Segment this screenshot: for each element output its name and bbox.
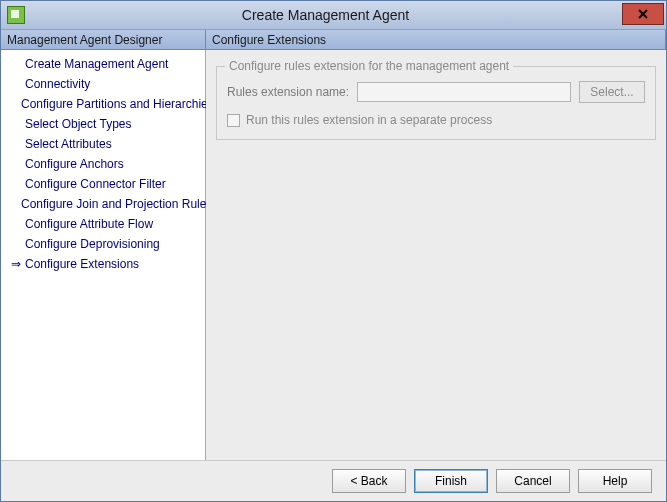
separate-process-label: Run this rules extension in a separate p…: [246, 113, 492, 127]
nav-item-label: Configure Anchors: [25, 157, 124, 171]
nav-item-label: Create Management Agent: [25, 57, 168, 71]
nav-item-configure-extensions[interactable]: ⇒ Configure Extensions: [1, 254, 205, 274]
rules-extension-label: Rules extension name:: [227, 85, 357, 99]
dialog-window: Create Management Agent Management Agent…: [0, 0, 667, 502]
nav-item-configure-connector-filter[interactable]: ⇒ Configure Connector Filter: [1, 174, 205, 194]
nav-item-label: Configure Connector Filter: [25, 177, 166, 191]
nav-item-label: Select Object Types: [25, 117, 132, 131]
nav-item-configure-anchors[interactable]: ⇒ Configure Anchors: [1, 154, 205, 174]
finish-button[interactable]: Finish: [414, 469, 488, 493]
nav-item-configure-partitions[interactable]: ⇒ Configure Partitions and Hierarchies: [1, 94, 205, 114]
group-legend: Configure rules extension for the manage…: [225, 59, 513, 73]
separate-process-row: Run this rules extension in a separate p…: [227, 113, 645, 127]
nav-item-select-attributes[interactable]: ⇒ Select Attributes: [1, 134, 205, 154]
nav-item-connectivity[interactable]: ⇒ Connectivity: [1, 74, 205, 94]
nav-header: Management Agent Designer: [1, 30, 206, 50]
help-button[interactable]: Help: [578, 469, 652, 493]
nav-item-select-object-types[interactable]: ⇒ Select Object Types: [1, 114, 205, 134]
wizard-nav: ⇒ Create Management Agent ⇒ Connectivity…: [1, 50, 206, 460]
nav-item-configure-attribute-flow[interactable]: ⇒ Configure Attribute Flow: [1, 214, 205, 234]
dialog-body: Management Agent Designer Configure Exte…: [1, 30, 666, 501]
column-headers: Management Agent Designer Configure Exte…: [1, 30, 666, 50]
content-header: Configure Extensions: [206, 30, 666, 50]
nav-item-label: Connectivity: [25, 77, 90, 91]
rules-extension-group: Configure rules extension for the manage…: [216, 66, 656, 140]
nav-item-label: Configure Extensions: [25, 257, 139, 271]
nav-item-label: Configure Partitions and Hierarchies: [21, 97, 214, 111]
title-bar: Create Management Agent: [1, 1, 666, 30]
cancel-button[interactable]: Cancel: [496, 469, 570, 493]
back-button[interactable]: < Back: [332, 469, 406, 493]
nav-item-configure-deprovisioning[interactable]: ⇒ Configure Deprovisioning: [1, 234, 205, 254]
nav-item-label: Select Attributes: [25, 137, 112, 151]
content-pane: Configure rules extension for the manage…: [206, 50, 666, 460]
window-title: Create Management Agent: [25, 7, 666, 23]
rules-extension-input[interactable]: [357, 82, 571, 102]
arrow-icon: ⇒: [11, 257, 25, 271]
close-button[interactable]: [622, 3, 664, 25]
button-bar: < Back Finish Cancel Help: [1, 460, 666, 501]
close-icon: [638, 9, 648, 19]
rules-extension-row: Rules extension name: Select...: [227, 81, 645, 103]
nav-item-label: Configure Join and Projection Rules: [21, 197, 212, 211]
app-icon: [7, 6, 25, 24]
nav-item-label: Configure Attribute Flow: [25, 217, 153, 231]
separate-process-checkbox[interactable]: [227, 114, 240, 127]
nav-item-label: Configure Deprovisioning: [25, 237, 160, 251]
nav-item-create-management-agent[interactable]: ⇒ Create Management Agent: [1, 54, 205, 74]
panes: ⇒ Create Management Agent ⇒ Connectivity…: [1, 50, 666, 460]
nav-item-configure-join-projection[interactable]: ⇒ Configure Join and Projection Rules: [1, 194, 205, 214]
select-button[interactable]: Select...: [579, 81, 645, 103]
